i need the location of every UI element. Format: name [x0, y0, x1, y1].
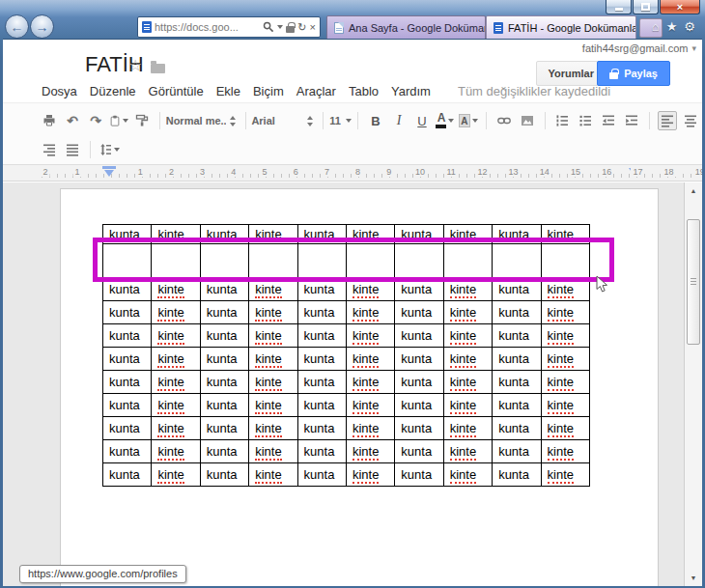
table-cell[interactable]: kinte — [346, 463, 394, 487]
align-left-button[interactable] — [658, 111, 677, 130]
menu-yardım[interactable]: Yardım — [391, 84, 431, 98]
font-stepper-icon[interactable] — [307, 116, 313, 126]
table-cell[interactable]: kinte — [443, 324, 492, 348]
table-cell[interactable]: kunta — [200, 394, 248, 417]
table-cell[interactable]: kunta — [297, 348, 346, 371]
print-button[interactable] — [40, 111, 59, 130]
table-cell[interactable]: kunta — [297, 324, 346, 348]
vertical-scrollbar[interactable]: ▲ ▼ — [684, 182, 702, 586]
url-text[interactable]: https://docs.goo... — [155, 21, 260, 33]
table-cell[interactable]: kunta — [103, 301, 152, 324]
bullet-list-button[interactable] — [576, 111, 595, 130]
table-cell[interactable]: kunta — [493, 301, 541, 324]
table-cell[interactable]: kunta — [103, 348, 152, 371]
italic-button[interactable]: I — [389, 111, 409, 130]
table-cell[interactable]: kunta — [200, 301, 248, 324]
table-cell[interactable]: kunta — [395, 463, 443, 487]
table-cell[interactable]: kunta — [395, 371, 443, 394]
scroll-down-icon[interactable]: ▼ — [685, 574, 702, 581]
table-cell[interactable]: kunta — [103, 417, 152, 440]
menu-biçim[interactable]: Biçim — [253, 84, 284, 98]
table-cell[interactable]: kinte — [152, 371, 200, 394]
increase-indent-button[interactable] — [622, 111, 641, 130]
menu-dosya[interactable]: Dosya — [42, 84, 77, 98]
forward-button[interactable]: → — [30, 14, 54, 39]
paragraph-style-selector[interactable]: Normal me... — [166, 115, 240, 126]
address-bar[interactable]: https://docs.goo... ↻ × — [137, 16, 321, 38]
table-cell[interactable]: kunta — [200, 463, 248, 487]
table-cell[interactable]: kunta — [297, 301, 346, 324]
tab-fatih[interactable]: FATİH - Google Dokümanlar × — [486, 15, 636, 39]
account-menu[interactable]: fatih44srg@gmail.com ▾ — [582, 42, 696, 54]
redo-button[interactable]: ↷ — [86, 111, 105, 130]
table-cell[interactable]: kinte — [152, 463, 200, 487]
table-cell[interactable]: kunta — [297, 417, 346, 440]
align-right-button[interactable] — [40, 140, 59, 159]
close-window-button[interactable]: × — [660, 0, 700, 14]
table-cell[interactable]: kinte — [152, 440, 200, 463]
table-cell[interactable]: kinte — [346, 417, 394, 440]
table-cell[interactable]: kunta — [493, 371, 541, 394]
table-cell[interactable]: kinte — [152, 324, 200, 348]
table-cell[interactable]: kinte — [541, 394, 589, 417]
table-cell[interactable]: kinte — [443, 371, 492, 394]
table-cell[interactable]: kinte — [152, 348, 200, 371]
settings-gear-icon[interactable]: ⚙ — [684, 19, 695, 34]
menu-araçlar[interactable]: Araçlar — [296, 84, 336, 98]
left-indent-marker[interactable] — [104, 170, 114, 177]
table-cell[interactable]: kunta — [103, 371, 152, 394]
table-cell[interactable]: kunta — [493, 463, 541, 487]
table-cell[interactable]: kinte — [541, 440, 589, 463]
align-center-button[interactable] — [681, 111, 700, 130]
table-cell[interactable]: kinte — [152, 301, 200, 324]
table-cell[interactable]: kunta — [395, 301, 443, 324]
style-stepper-icon[interactable] — [230, 116, 236, 126]
table-cell[interactable]: kunta — [200, 417, 248, 440]
first-line-indent-marker[interactable] — [102, 166, 116, 169]
table-cell[interactable]: kinte — [443, 301, 492, 324]
table-cell[interactable]: kinte — [249, 371, 297, 394]
table-cell[interactable]: kunta — [493, 324, 541, 348]
table-cell[interactable]: kunta — [395, 348, 443, 371]
table-cell[interactable]: kinte — [249, 417, 297, 440]
table-cell[interactable]: kunta — [200, 440, 248, 463]
table-cell[interactable]: kunta — [200, 324, 248, 348]
comments-button[interactable]: Yorumlar — [536, 61, 606, 86]
decrease-indent-button[interactable] — [599, 111, 618, 130]
table-cell[interactable]: kunta — [103, 463, 152, 487]
table-cell[interactable]: kinte — [443, 440, 492, 463]
stop-icon[interactable]: × — [310, 22, 316, 33]
star-document-icon[interactable]: ☆ — [128, 56, 142, 74]
table-cell[interactable]: kinte — [346, 324, 394, 348]
table-cell[interactable]: kinte — [443, 463, 492, 487]
table-cell[interactable]: kinte — [443, 417, 492, 440]
bold-button[interactable]: B — [366, 111, 385, 130]
search-dropdown-icon[interactable] — [277, 25, 283, 29]
table-cell[interactable]: kunta — [493, 417, 541, 440]
menu-görüntüle[interactable]: Görüntüle — [149, 84, 204, 98]
justify-button[interactable] — [63, 140, 82, 159]
tab-ana-sayfa[interactable]: Ana Sayfa - Google Dokümanlar — [326, 15, 486, 39]
menu-düzenle[interactable]: Düzenle — [90, 84, 136, 98]
font-selector[interactable]: Arial — [251, 115, 317, 126]
table-cell[interactable]: kunta — [395, 417, 443, 440]
table-cell[interactable]: kunta — [493, 440, 541, 463]
back-button[interactable]: ← — [5, 14, 29, 39]
refresh-icon[interactable]: ↻ — [297, 22, 306, 33]
insert-link-button[interactable] — [494, 111, 514, 130]
search-icon[interactable] — [263, 21, 274, 33]
table-cell[interactable]: kinte — [443, 394, 492, 417]
table-cell[interactable]: kunta — [493, 394, 541, 417]
underline-button[interactable]: U — [412, 111, 432, 130]
table-cell[interactable]: kinte — [541, 301, 589, 324]
insert-image-button[interactable] — [518, 111, 537, 130]
highlight-color-button[interactable]: A — [459, 111, 478, 130]
font-size-selector[interactable]: 11 — [329, 115, 352, 126]
undo-button[interactable]: ↶ — [63, 111, 82, 130]
paint-format-button[interactable] — [132, 111, 152, 130]
share-button[interactable]: Paylaş — [597, 61, 670, 86]
table-cell[interactable]: kinte — [346, 440, 394, 463]
table-cell[interactable]: kunta — [103, 440, 152, 463]
scroll-up-icon[interactable]: ▲ — [685, 187, 702, 194]
table-cell[interactable]: kinte — [249, 348, 297, 371]
